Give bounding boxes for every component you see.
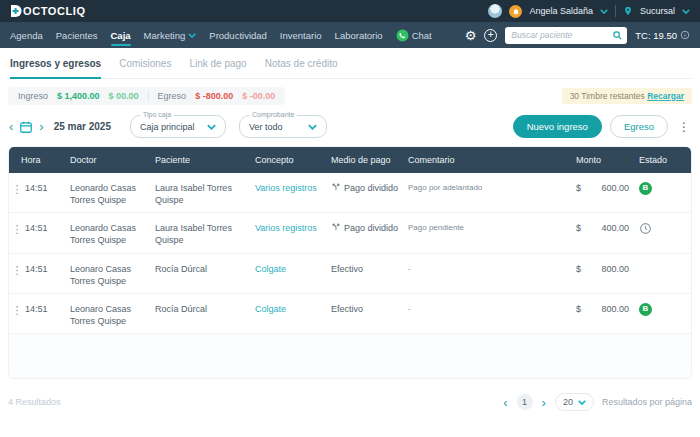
ingreso-secondary-amount: $ 00.00: [109, 91, 139, 101]
transactions-table: Hora Doctor Paciente Concepto Medio de p…: [8, 146, 692, 379]
row-time: 14:51: [25, 182, 70, 194]
col-concepto: Concepto: [255, 155, 331, 165]
row-amount: 400.00: [601, 222, 629, 234]
row-payment-method: Pago dividido: [344, 222, 398, 234]
tipo-caja-select[interactable]: Tipo caja Caja principal: [130, 115, 226, 138]
nav-item-pacientes[interactable]: Pacientes: [56, 24, 98, 47]
row-comment: Pago pendiente: [408, 222, 556, 234]
col-comentario: Comentario: [408, 155, 556, 165]
clock-icon[interactable]: [639, 222, 652, 235]
row-concept-link[interactable]: Varios registros: [255, 222, 331, 234]
egreso-label: Egreso: [158, 91, 187, 101]
row-amount: 800.00: [601, 303, 629, 315]
tipo-caja-label: Tipo caja: [140, 111, 174, 118]
chevron-down-icon: [308, 124, 317, 130]
search-icon[interactable]: [612, 30, 623, 41]
row-patient: Rocía Dúrcal: [155, 303, 255, 315]
info-icon[interactable]: [680, 30, 690, 40]
nav-item-productividad[interactable]: Productividad: [209, 24, 267, 47]
row-time: 14:51: [25, 222, 70, 234]
add-button[interactable]: +: [484, 29, 497, 42]
egreso-secondary-amount: $ -00.00: [242, 91, 275, 101]
nav-item-caja[interactable]: Caja: [111, 24, 131, 47]
nav-item-marketing[interactable]: Marketing: [144, 24, 197, 47]
row-currency: $: [576, 182, 581, 194]
branch-selector[interactable]: Sucursal: [640, 6, 675, 16]
status-badge[interactable]: B: [639, 182, 652, 195]
row-comment: -: [408, 263, 556, 275]
nav-item-inventario[interactable]: Inventario: [280, 24, 322, 47]
more-options-icon[interactable]: ⋮: [676, 121, 692, 133]
search-input[interactable]: [511, 30, 609, 40]
main-nav: Agenda Pacientes Caja Marketing Producti…: [0, 22, 700, 48]
row-doctor: Leonardo Casas Torres Quispe: [70, 182, 155, 206]
nav-item-agenda[interactable]: Agenda: [10, 24, 43, 47]
row-currency: $: [576, 263, 581, 275]
results-count: 4 Resultados: [8, 397, 61, 407]
prev-page-button[interactable]: ‹: [502, 396, 508, 409]
settings-gear-icon[interactable]: ⚙: [465, 29, 477, 42]
table-row: ⋮ 14:51 Leonaro Casas Torres Quispe Rocí…: [9, 254, 691, 294]
row-concept-link[interactable]: Varios registros: [255, 182, 331, 194]
nuevo-ingreso-button[interactable]: Nuevo ingreso: [513, 115, 602, 138]
tab-notas-de-credito[interactable]: Notas de crédito: [265, 58, 338, 78]
next-page-button[interactable]: ›: [541, 396, 547, 409]
exchange-rate-label: TC: 19.50: [635, 30, 677, 41]
row-amount: 800.00: [601, 263, 629, 275]
row-patient: Laura Isabel Torres Quispe: [155, 222, 255, 246]
tab-link-de-pago[interactable]: Link de pago: [189, 58, 246, 78]
page-size-select[interactable]: 20: [555, 393, 594, 411]
status-badge[interactable]: B: [639, 303, 652, 316]
row-menu-icon[interactable]: ⋮: [9, 182, 25, 197]
timbre-remaining-text: 30 Timbre restantes: [570, 91, 645, 101]
next-day-button[interactable]: ›: [38, 120, 44, 133]
whatsapp-icon: [396, 29, 409, 42]
timbre-banner: 30 Timbre restantes Recargar: [562, 88, 692, 104]
row-amount: 600.00: [601, 182, 629, 194]
comprobante-value: Ver todo: [249, 122, 283, 132]
row-menu-icon[interactable]: ⋮: [9, 263, 25, 278]
comprobante-label: Comprobante: [249, 111, 297, 118]
user-name[interactable]: Angela Saldaña: [529, 6, 593, 16]
selected-date[interactable]: 25 mar 2025: [54, 121, 111, 132]
page-number[interactable]: 1: [517, 394, 533, 410]
user-avatar[interactable]: [488, 4, 502, 18]
chevron-down-icon: [578, 400, 586, 405]
per-page-label: Resultados por página: [602, 397, 692, 407]
tipo-caja-value: Caja principal: [140, 122, 195, 132]
tab-ingresos-y-egresos[interactable]: Ingresos y egresos: [10, 58, 101, 79]
nav-item-chat[interactable]: Chat: [396, 23, 432, 48]
branch-chevron-icon[interactable]: [682, 9, 690, 14]
nav-item-laboratorio[interactable]: Laboratorio: [335, 24, 383, 47]
table-row: ⋮ 14:51 Leonardo Casas Torres Quispe Lau…: [9, 213, 691, 253]
row-concept-link[interactable]: Colgate: [255, 303, 331, 315]
notification-bell-icon[interactable]: [509, 5, 522, 18]
row-menu-icon[interactable]: ⋮: [9, 222, 25, 237]
marketing-chevron-icon: [188, 33, 196, 38]
pagination: ‹ 1 › 20 Resultados por página: [502, 393, 692, 411]
calendar-icon[interactable]: [19, 120, 33, 134]
row-menu-icon[interactable]: ⋮: [9, 303, 25, 318]
col-estado: Estado: [631, 155, 691, 165]
recargar-link[interactable]: Recargar: [647, 91, 684, 101]
prev-day-button[interactable]: ‹: [8, 120, 14, 133]
row-time: 14:51: [25, 303, 70, 315]
location-pin-icon: [623, 5, 633, 17]
col-monto: Monto: [556, 155, 631, 165]
egreso-button[interactable]: Egreso: [610, 115, 668, 138]
row-payment-method: Pago dividido: [344, 182, 398, 194]
split-icon: [331, 182, 341, 192]
tab-comisiones[interactable]: Comisiones: [119, 58, 171, 78]
doctocliq-logo[interactable]: OCTOCLIQ: [10, 5, 86, 17]
row-patient: Rocía Dúrcal: [155, 263, 255, 275]
table-row: ⋮ 14:51 Leonardo Casas Torres Quispe Lau…: [9, 173, 691, 213]
row-comment: Pago por adelantado: [408, 182, 556, 194]
row-time: 14:51: [25, 263, 70, 275]
row-doctor: Leonaro Casas Torres Quispe: [70, 303, 155, 327]
row-concept-link[interactable]: Colgate: [255, 263, 331, 275]
comprobante-select[interactable]: Comprobante Ver todo: [239, 115, 327, 138]
user-menu-chevron-icon[interactable]: [600, 9, 608, 14]
section-tabs: Ingresos y egresos Comisiones Link de pa…: [8, 48, 692, 79]
egreso-amount: $ -800.00: [195, 91, 233, 101]
row-payment-method: Efectivo: [331, 264, 363, 274]
